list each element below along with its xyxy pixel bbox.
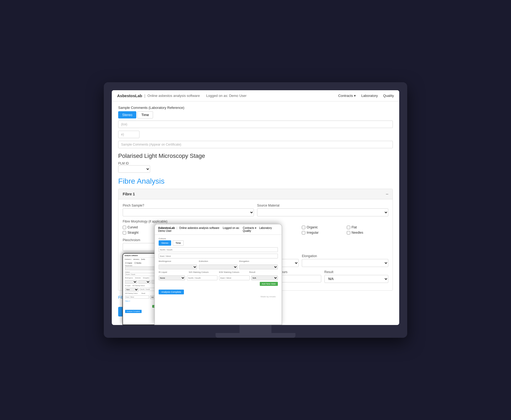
- elongation-label: Elongation: [302, 254, 388, 258]
- fibre-analysis-heading: Fibre Analysis: [118, 177, 393, 186]
- ew-staining-label: E/W Staining Colours: [257, 270, 321, 274]
- soft-label: Soft: [217, 225, 223, 229]
- nav-contracts[interactable]: Contracts ▾: [338, 94, 356, 98]
- sample-comments-label: Sample Comments (Laboratory Reference): [118, 106, 393, 110]
- ri-liquid-select[interactable]: None: [123, 275, 187, 283]
- plm-id-select[interactable]: [118, 165, 150, 173]
- checkbox-bundles: Bundles: [167, 225, 209, 229]
- extinction-label: Extinction: [212, 254, 299, 258]
- brand-tagline: Online asbestos analysis software: [147, 94, 200, 98]
- analysis-complete-button[interactable]: Analysis Complete: [118, 307, 160, 316]
- e-input[interactable]: [118, 131, 139, 138]
- curved-checkbox[interactable]: [123, 226, 126, 229]
- result-label: Result: [324, 270, 389, 274]
- navbar-brand: AsbestosLab | Online asbestos analysis s…: [117, 93, 246, 98]
- checkbox-curved: Curved: [123, 225, 164, 229]
- main-app-window: AsbestosLab | Online asbestos analysis s…: [112, 90, 399, 325]
- fibre-1-title: Fibre 1: [123, 192, 135, 196]
- pinch-sample-group: Pinch Sample?: [123, 204, 254, 216]
- colours-group: Colours: [163, 239, 274, 251]
- logged-in-user: Logged on as: Demo User: [206, 94, 247, 98]
- elongation-select[interactable]: [302, 259, 388, 267]
- source-material-select[interactable]: [257, 208, 388, 216]
- ri-liquid-group: RI Liquid None: [123, 270, 187, 283]
- silky-checkbox[interactable]: [257, 226, 261, 229]
- monitor-stand: [112, 325, 399, 338]
- checkbox-metallic: Metallic: [257, 231, 299, 234]
- pinch-sample-select[interactable]: [123, 208, 254, 216]
- elongation-group: Elongation: [302, 254, 388, 267]
- silky-label: Silky: [262, 225, 269, 229]
- irregular-label: Irregular: [307, 231, 319, 234]
- certificate-input-row: [118, 141, 393, 148]
- monitor-base: [216, 333, 295, 338]
- morphology-label: Fibre Morphology (if applicable): [123, 220, 388, 223]
- ns-staining-group: N/S Staining Colours: [190, 270, 254, 283]
- extinction-select[interactable]: [212, 259, 299, 267]
- result-select[interactable]: N/A: [324, 275, 389, 283]
- source-material-label: Source Material: [257, 204, 388, 207]
- certificate-input[interactable]: [118, 141, 393, 148]
- plm-id-row: PLM ID: [118, 162, 393, 173]
- fibre-1-card: Fibre 1 – Pinch Sample?: [118, 189, 393, 291]
- nav-quality[interactable]: Quality: [383, 94, 394, 98]
- organic-checkbox[interactable]: [302, 226, 305, 229]
- colours-label: Colours: [163, 239, 274, 242]
- plm-id-label: PLM ID: [118, 162, 150, 165]
- straight-checkbox[interactable]: [123, 231, 126, 234]
- result-group: Result N/A: [324, 270, 389, 283]
- fibre-1-toggle[interactable]: –: [386, 192, 388, 196]
- pinch-source-row: Pinch Sample? Source Material: [123, 204, 388, 216]
- checkbox-organic: Organic: [302, 225, 343, 229]
- ns-staining-input[interactable]: [190, 275, 254, 282]
- metallic-checkbox[interactable]: [257, 231, 261, 234]
- plm-stage-heading: Polarised Light Microscopy Stage: [118, 153, 393, 159]
- checkbox-soft: Soft: [212, 225, 254, 229]
- morphology-section: Fibre Morphology (if applicable) Curved …: [123, 220, 388, 234]
- reference-input[interactable]: [118, 121, 393, 128]
- ew-staining-input[interactable]: [257, 275, 321, 282]
- pleochroism-colours-row: Pleochroism Colours: [123, 238, 388, 251]
- morphology-checkbox-grid: Curved Bundles Soft: [123, 225, 388, 234]
- monitor-screen: AsbestosLab | Online asbestos analysis s…: [112, 90, 399, 325]
- organic-label: Organic: [307, 225, 318, 229]
- bundles-label: Bundles: [172, 225, 184, 229]
- fibre-1-header: Fibre 1 –: [118, 189, 393, 199]
- checkbox-silky: Silky: [257, 225, 299, 229]
- time-button[interactable]: Time: [137, 111, 153, 118]
- birefringence-group: Birefringence: [123, 254, 209, 267]
- pleochroism-select[interactable]: [123, 243, 160, 251]
- sample-comments-section: Sample Comments (Laboratory Reference) S…: [118, 106, 393, 148]
- soft-checkbox[interactable]: [212, 226, 216, 229]
- bire-ext-elon-row: Birefringence Extinction: [123, 254, 388, 267]
- navbar-right: Contracts ▾ Laboratory Quality: [338, 94, 394, 98]
- checkbox-parallel: Parallel: [167, 231, 209, 234]
- birefringence-select[interactable]: [123, 259, 209, 267]
- stereo-button[interactable]: Stereo: [118, 111, 136, 118]
- brand-separator: |: [144, 93, 145, 98]
- birefringence-label: Birefringence: [123, 254, 209, 258]
- parallel-checkbox[interactable]: [167, 231, 171, 234]
- source-material-group: Source Material: [257, 204, 388, 216]
- irregular-checkbox[interactable]: [302, 231, 305, 234]
- fibre-2-link[interactable]: Fibre 2: [118, 295, 130, 299]
- bundles-checkbox[interactable]: [167, 226, 171, 229]
- flat-checkbox[interactable]: [347, 226, 350, 229]
- east-west-input[interactable]: [220, 244, 274, 251]
- needles-checkbox[interactable]: [347, 231, 350, 234]
- checkbox-straight: Straight: [123, 231, 164, 234]
- monitor-shell: AsbestosLab | Online asbestos analysis s…: [104, 82, 407, 338]
- nav-laboratory[interactable]: Laboratory: [361, 94, 378, 98]
- plm-id-group: PLM ID: [118, 162, 150, 173]
- stage-buttons: Stereo Time: [118, 111, 393, 118]
- ns-staining-label: N/S Staining Colours: [190, 270, 254, 274]
- ri-liquid-label: RI Liquid: [123, 270, 187, 274]
- ew-staining-group: E/W Staining Colours: [257, 270, 321, 283]
- flat-label: Flat: [352, 225, 357, 229]
- parallel-label: Parallel: [172, 231, 183, 234]
- analysis-complete-row: Analysis Complete: [118, 303, 393, 321]
- needles-label: Needles: [352, 231, 363, 234]
- harsh-checkbox[interactable]: [212, 231, 216, 234]
- extinction-group: Extinction: [212, 254, 299, 267]
- north-south-input[interactable]: [163, 244, 218, 251]
